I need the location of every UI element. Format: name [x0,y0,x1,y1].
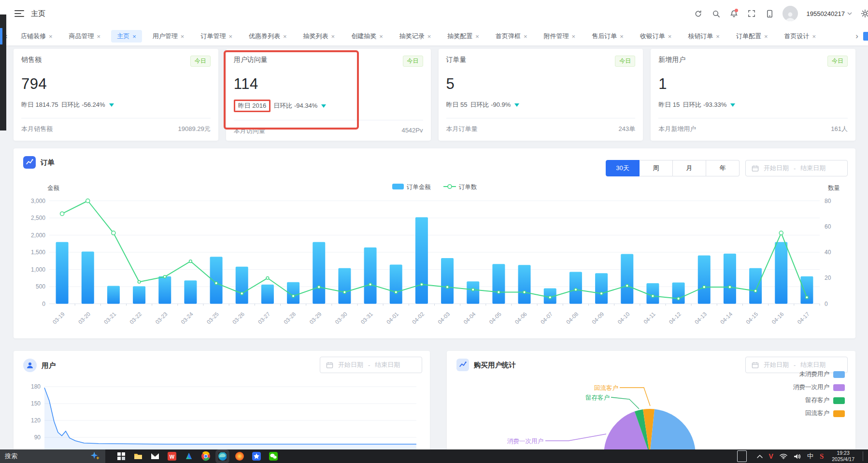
bar-03-29[interactable] [313,242,325,304]
tab-overflow-icon[interactable] [863,32,868,41]
bar-03-31[interactable] [364,247,377,304]
tab-close-icon[interactable]: × [379,33,383,40]
bar-04-02[interactable] [415,217,428,304]
app-wps-icon[interactable]: W [167,451,177,462]
bar-04-17[interactable] [800,276,813,304]
tab-close-icon[interactable]: × [572,33,576,40]
point-04-15[interactable] [754,289,757,292]
point-04-17[interactable] [806,296,809,299]
point-03-21[interactable] [112,231,115,235]
volume-icon[interactable] [794,453,801,460]
tab-订单配置[interactable]: 订单配置× [730,30,774,43]
tab-收银订单[interactable]: 收银订单× [634,30,678,43]
tab-附件管理[interactable]: 附件管理× [538,30,582,43]
point-04-02[interactable] [420,283,423,286]
tab-用户管理[interactable]: 用户管理× [147,30,190,43]
mobile-icon[interactable] [765,9,774,18]
sogou-icon[interactable]: S [820,452,824,461]
tab-抽奖记录[interactable]: 抽奖记录× [394,30,437,43]
ime-zh[interactable]: 中 [807,452,813,461]
bar-04-14[interactable] [724,254,736,304]
tab-close-icon[interactable]: × [620,33,624,40]
tab-close-icon[interactable]: × [49,33,53,40]
point-03-20[interactable] [86,199,90,203]
app-task-view-icon[interactable] [116,451,126,462]
tab-close-icon[interactable]: × [475,33,479,40]
tab-close-icon[interactable]: × [97,33,101,40]
bar-04-11[interactable] [646,283,659,304]
point-03-28[interactable] [292,295,295,298]
bar-04-04[interactable] [467,281,479,304]
pie-legend-item-未消费用户[interactable]: 未消费用户 [793,370,845,378]
tabs-next-icon[interactable]: › [851,31,863,41]
point-04-01[interactable] [395,291,398,294]
app-edge-icon[interactable] [217,451,228,462]
point-03-27[interactable] [266,276,269,279]
point-03-29[interactable] [317,286,320,289]
tab-商品管理[interactable]: 商品管理× [63,30,107,43]
bar-04-10[interactable] [621,254,633,304]
tab-close-icon[interactable]: × [132,33,136,40]
app-wechat-icon[interactable] [268,451,278,462]
pie-legend-item-消费一次用户[interactable]: 消费一次用户 [793,383,845,391]
range-button-周[interactable]: 周 [640,160,673,176]
tab-close-icon[interactable]: × [716,33,720,40]
fullscreen-icon[interactable] [747,9,756,18]
tab-订单管理[interactable]: 订单管理× [195,30,238,43]
bar-04-06[interactable] [518,265,531,304]
range-button-月[interactable]: 月 [673,160,706,176]
tab-优惠券列表[interactable]: 优惠券列表× [243,30,293,43]
app-file-explorer-icon[interactable] [133,451,143,462]
tab-主页[interactable]: 主页× [111,30,142,43]
point-03-23[interactable] [163,275,166,278]
bar-03-22[interactable] [133,286,145,304]
user-date-range[interactable]: 开始日期 - 结束日期 [320,357,422,373]
bar-03-20[interactable] [82,252,94,304]
bar-03-19[interactable] [56,242,69,304]
point-04-06[interactable] [523,291,526,294]
point-03-30[interactable] [343,291,346,294]
account-menu[interactable]: 19550240217 [806,10,852,17]
point-04-11[interactable] [652,295,655,298]
tab-首页弹框[interactable]: 首页弹框× [490,30,533,43]
avatar[interactable] [783,6,798,21]
point-04-10[interactable] [626,284,628,287]
app-mindapp-icon[interactable] [184,451,194,462]
tab-创建抽奖[interactable]: 创建抽奖× [345,30,389,43]
gear-icon[interactable] [860,9,868,18]
bar-03-25[interactable] [210,257,223,304]
point-04-08[interactable] [574,288,577,291]
point-04-03[interactable] [446,286,449,289]
tab-close-icon[interactable]: × [283,33,287,40]
tab-close-icon[interactable]: × [331,33,335,40]
bar-04-05[interactable] [492,264,505,304]
tab-close-icon[interactable]: × [764,33,768,40]
bar-04-03[interactable] [441,258,454,304]
order-date-range[interactable]: 开始日期 - 结束日期 [745,160,848,176]
tab-抽奖列表[interactable]: 抽奖列表× [298,30,341,43]
bar-03-21[interactable] [107,286,120,304]
menu-toggle-icon[interactable] [14,10,24,17]
bar-03-23[interactable] [158,276,171,304]
bar-04-09[interactable] [595,273,608,304]
tab-核销订单[interactable]: 核销订单× [682,30,726,43]
taskbar-clock[interactable]: 19:23 2025/4/17 [832,450,854,463]
point-03-26[interactable] [241,292,243,295]
tab-close-icon[interactable]: × [812,33,816,40]
tab-售后订单[interactable]: 售后订单× [586,30,629,43]
point-03-31[interactable] [369,283,372,286]
point-03-19[interactable] [60,212,64,216]
bar-03-30[interactable] [338,268,351,304]
show-desktop-button[interactable] [863,451,866,461]
range-button-30天[interactable]: 30天 [606,160,640,176]
tab-抽奖配置[interactable]: 抽奖配置× [441,30,485,43]
point-03-22[interactable] [138,280,141,283]
point-04-14[interactable] [728,286,731,289]
bar-04-15[interactable] [749,268,762,304]
tab-close-icon[interactable]: × [427,33,431,40]
refresh-icon[interactable] [693,9,703,18]
app-chrome-icon[interactable] [200,451,211,462]
wifi-icon[interactable] [780,453,787,459]
app-mail-icon[interactable] [150,451,160,462]
v-icon[interactable]: V [769,452,773,460]
